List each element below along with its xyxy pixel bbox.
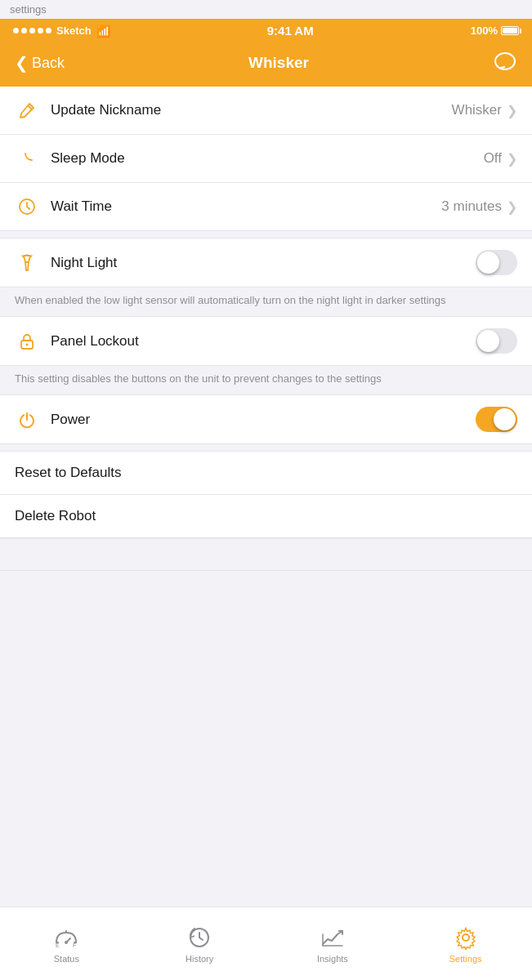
separator-2 [0, 443, 532, 452]
moon-icon [15, 146, 39, 171]
flashlight-icon [15, 251, 39, 275]
settings-group-3: Reset to Defaults Delete Robot [0, 452, 532, 538]
night-light-row[interactable]: Night Light [0, 238, 532, 287]
power-icon [15, 408, 39, 432]
status-bar-left: Sketch 📶 [13, 24, 110, 38]
back-chevron-icon: ❮ [15, 53, 29, 73]
night-light-label: Night Light [51, 255, 476, 271]
battery-icon [501, 26, 519, 35]
svg-point-11 [65, 941, 68, 944]
wifi-icon: 📶 [96, 24, 110, 38]
history-tab-label: History [186, 954, 213, 964]
chat-button[interactable] [493, 51, 517, 75]
panel-lockout-label: Panel Lockout [51, 333, 476, 350]
insights-tab-label: Insights [317, 954, 348, 964]
settings-icon [453, 924, 479, 951]
tab-status[interactable]: E F Status [0, 918, 133, 970]
night-light-toggle[interactable] [476, 250, 517, 275]
settings-tab-label: Settings [449, 954, 482, 964]
svg-text:F: F [73, 942, 76, 948]
clock-icon [15, 194, 39, 219]
svg-point-17 [463, 934, 469, 941]
toggle-knob [477, 330, 499, 352]
nickname-value: Whisker [452, 102, 502, 118]
settings-group-2: Night Light When enabled the low light s… [0, 238, 532, 443]
tab-bar: E F Status History Insights [0, 906, 532, 980]
panel-lockout-description: This setting disables the buttons on the… [0, 366, 532, 395]
settings-group-1: Update Nickname Whisker ❯ Sleep Mode Off… [0, 87, 532, 230]
toggle-knob [494, 408, 516, 430]
sleep-mode-value: Off [484, 150, 502, 167]
panel-lockout-toggle[interactable] [476, 328, 517, 354]
separator-1 [0, 230, 532, 238]
chevron-icon: ❯ [507, 103, 517, 118]
chevron-icon: ❯ [507, 151, 517, 167]
power-toggle[interactable] [476, 407, 517, 432]
insights-icon [320, 924, 346, 951]
back-button[interactable]: ❮ Back [15, 53, 65, 73]
panel-lockout-row[interactable]: Panel Lockout [0, 317, 532, 366]
history-icon [186, 924, 212, 951]
battery-percent: 100% [471, 24, 498, 37]
pencil-icon [15, 98, 39, 122]
night-light-description: When enabled the low light sensor will a… [0, 287, 532, 317]
tab-insights[interactable]: Insights [266, 918, 400, 970]
wait-time-row[interactable]: Wait Time 3 minutes ❯ [0, 183, 532, 230]
delete-robot-row[interactable]: Delete Robot [0, 495, 532, 538]
nav-title: Whisker [248, 54, 309, 72]
tab-settings[interactable]: Settings [399, 918, 532, 970]
lock-icon [15, 329, 39, 354]
sleep-mode-label: Sleep Mode [51, 150, 484, 167]
status-icon: E F [53, 924, 79, 951]
separator-3 [0, 538, 532, 571]
update-nickname-label: Update Nickname [51, 102, 452, 118]
wait-time-value: 3 minutes [441, 198, 502, 215]
carrier-dots [13, 28, 51, 33]
toggle-knob [477, 252, 499, 274]
status-bar-time: 9:41 AM [267, 24, 314, 38]
wait-time-label: Wait Time [51, 198, 441, 215]
back-label: Back [32, 55, 65, 72]
window-title: settings [0, 0, 532, 19]
status-bar-right: 100% [471, 24, 519, 37]
nav-bar: ❮ Back Whisker [0, 42, 532, 87]
reset-defaults-row[interactable]: Reset to Defaults [0, 452, 532, 495]
chevron-icon: ❯ [507, 199, 517, 215]
tab-history[interactable]: History [133, 918, 266, 970]
svg-point-6 [26, 343, 29, 345]
power-row[interactable]: Power [0, 395, 532, 443]
status-tab-label: Status [54, 954, 79, 964]
carrier-name: Sketch [56, 24, 92, 37]
power-label: Power [51, 412, 476, 428]
status-bar: Sketch 📶 9:41 AM 100% [0, 19, 532, 42]
update-nickname-row[interactable]: Update Nickname Whisker ❯ [0, 87, 532, 135]
sleep-mode-row[interactable]: Sleep Mode Off ❯ [0, 135, 532, 183]
svg-text:E: E [56, 942, 60, 948]
